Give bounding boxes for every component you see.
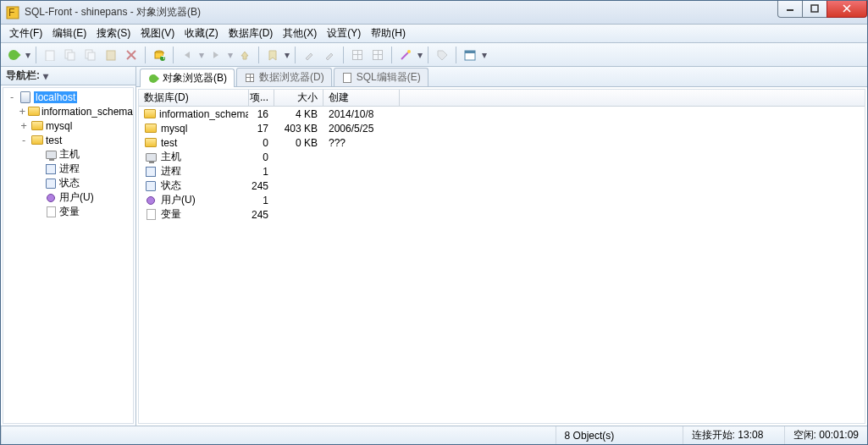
minimize-button[interactable]: [777, 1, 803, 18]
db-icon: [30, 135, 44, 146]
cell-name-text: mysql: [161, 123, 187, 135]
tree-item-label: mysql: [46, 120, 72, 132]
col-count[interactable]: 项...: [249, 90, 274, 106]
menu-settings[interactable]: 设置(Y): [322, 24, 366, 43]
titlebar[interactable]: F SQL-Front - shinepans - 对象浏览器(B): [1, 1, 867, 25]
favorites-button[interactable]: [263, 46, 282, 64]
tree-item-label: 进程: [59, 162, 80, 176]
menu-view[interactable]: 视图(V): [135, 24, 180, 43]
grid2-button[interactable]: [368, 46, 387, 64]
menubar: 文件(F) 编辑(E) 搜索(S) 视图(V) 收藏(Z) 数据库(D) 其他(…: [1, 25, 867, 43]
copy2-button[interactable]: [81, 46, 100, 64]
col-name[interactable]: 数据库(D): [139, 90, 249, 106]
tool1-button[interactable]: [300, 46, 318, 64]
calendar-dropdown[interactable]: ▾: [481, 49, 488, 61]
tool2-button[interactable]: [320, 46, 339, 64]
db-icon: [144, 137, 158, 149]
tree-item[interactable]: +information_schema: [3, 104, 133, 118]
navigator-header[interactable]: 导航栏: ▾: [1, 67, 135, 85]
list-row[interactable]: information_schema164 KB2014/10/8: [139, 107, 865, 121]
tree-item[interactable]: 变量: [3, 205, 133, 219]
tab-data-label: 数据浏览器(D): [259, 70, 324, 85]
forward-dropdown[interactable]: ▾: [227, 49, 234, 61]
status-objects: 8 Object(s): [556, 426, 683, 444]
status-idle: 空闲: 00:01:09: [784, 426, 867, 444]
tree-item[interactable]: +mysql: [3, 118, 133, 133]
add-database-button[interactable]: +: [150, 46, 169, 64]
tree-item-label: test: [46, 135, 62, 146]
tree-root[interactable]: - localhost: [3, 90, 133, 104]
proc-icon: [144, 166, 158, 178]
tree-item[interactable]: 状态: [3, 176, 133, 190]
paste-button[interactable]: [102, 46, 120, 64]
cell-name-text: test: [161, 137, 177, 149]
maximize-button[interactable]: [802, 1, 827, 18]
delete-button[interactable]: [122, 46, 141, 64]
tab-sql-label: SQL编辑器(E): [357, 70, 421, 85]
proc-icon: [44, 163, 58, 175]
new-button[interactable]: [41, 46, 59, 64]
collapse-icon[interactable]: -: [7, 91, 17, 103]
col-size[interactable]: 大小: [274, 90, 323, 106]
cell-count: 17: [249, 121, 274, 136]
tag-button[interactable]: [433, 46, 451, 64]
tree-item[interactable]: 用户(U): [3, 190, 133, 205]
wizard-dropdown[interactable]: ▾: [417, 49, 423, 61]
list-header: 数据库(D) 项... 大小 创建: [139, 90, 865, 107]
tab-data-browser[interactable]: 数据浏览器(D): [236, 68, 332, 86]
var-icon: [44, 206, 58, 218]
stat-icon: [144, 180, 158, 192]
cell-size: 403 KB: [274, 121, 323, 136]
up-button[interactable]: [235, 46, 254, 64]
menu-search[interactable]: 搜索(S): [91, 24, 135, 43]
cell-name: mysql: [139, 121, 249, 136]
tree-item-label: information_schema: [41, 106, 133, 118]
chevron-down-icon[interactable]: ▾: [43, 70, 48, 82]
back-dropdown[interactable]: ▾: [198, 49, 205, 61]
tree-item-label: 用户(U): [59, 190, 94, 205]
list-row[interactable]: mysql17403 KB2006/5/25: [139, 121, 865, 135]
menu-file[interactable]: 文件(F): [4, 24, 47, 43]
status-bar: 8 Object(s) 连接开始: 13:08 空闲: 00:01:09: [1, 426, 867, 444]
expand-icon[interactable]: +: [19, 106, 26, 118]
favorites-dropdown[interactable]: ▾: [284, 49, 290, 61]
cell-size: 0 KB: [274, 135, 323, 151]
content-panel: 对象浏览器(B) 数据浏览器(D) SQL编辑器(E) 数据库(D) 项... …: [136, 67, 867, 426]
cell-created: [323, 170, 400, 173]
copy-button[interactable]: [61, 46, 80, 64]
menu-favorites[interactable]: 收藏(Z): [180, 24, 223, 43]
cell-count: 0: [249, 150, 274, 165]
tree[interactable]: - localhost +information_schema+mysql-te…: [3, 87, 134, 424]
collapse-icon[interactable]: -: [19, 135, 29, 146]
main-split: 导航栏: ▾ - localhost +information_schema+m…: [1, 67, 867, 426]
tree-item-label: 变量: [59, 205, 80, 219]
tab-sql-editor[interactable]: SQL编辑器(E): [334, 68, 428, 86]
svg-rect-6: [46, 51, 54, 61]
menu-help[interactable]: 帮助(H): [366, 24, 411, 43]
menu-edit[interactable]: 编辑(E): [47, 24, 91, 43]
cell-size: 4 KB: [274, 107, 323, 122]
cell-size: [274, 156, 323, 159]
refresh-button[interactable]: [4, 46, 23, 64]
db-icon: [144, 108, 156, 120]
tab-object-browser[interactable]: 对象浏览器(B): [140, 69, 235, 87]
menu-other[interactable]: 其他(X): [278, 24, 322, 43]
wizard-button[interactable]: [396, 46, 415, 64]
object-list[interactable]: 数据库(D) 项... 大小 创建 information_schema164 …: [138, 89, 865, 424]
back-button[interactable]: [178, 46, 196, 64]
refresh-dropdown[interactable]: ▾: [25, 49, 31, 61]
menu-database[interactable]: 数据库(D): [224, 24, 279, 43]
tree-item[interactable]: 进程: [3, 162, 133, 176]
tree-item[interactable]: 主机: [3, 147, 133, 162]
cell-count: 245: [249, 179, 274, 194]
tab-bar: 对象浏览器(B) 数据浏览器(D) SQL编辑器(E): [136, 67, 867, 87]
close-button[interactable]: [827, 1, 867, 18]
list-row[interactable]: 变量245: [139, 207, 865, 222]
expand-icon[interactable]: +: [19, 120, 29, 132]
col-created[interactable]: 创建: [323, 90, 400, 106]
leaf-icon: [147, 73, 159, 85]
tree-item[interactable]: -test: [3, 133, 133, 147]
grid1-button[interactable]: [348, 46, 367, 64]
calendar-button[interactable]: [461, 46, 479, 64]
forward-button[interactable]: [207, 46, 225, 64]
